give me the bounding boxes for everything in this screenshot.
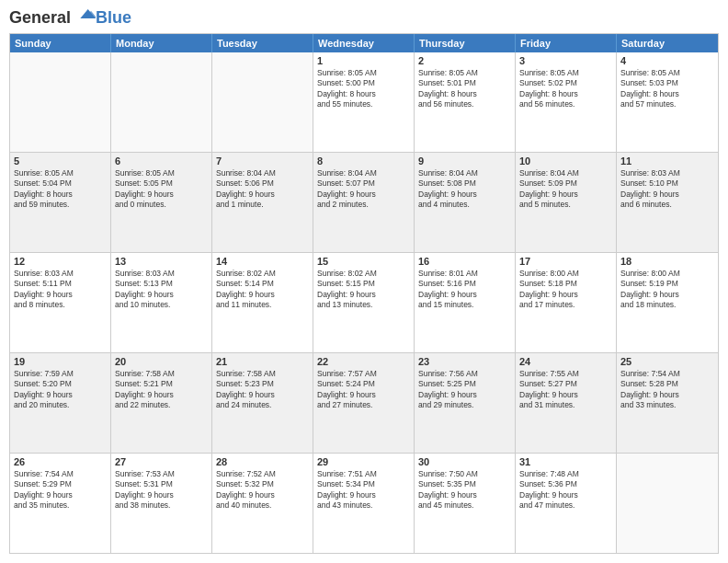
day-number: 25	[620, 356, 714, 367]
day-number: 30	[418, 456, 511, 467]
header-day-saturday: Saturday	[617, 34, 718, 52]
day-info: Sunrise: 7:58 AMSunset: 5:23 PMDaylight:…	[216, 369, 309, 411]
day-number: 24	[519, 356, 612, 367]
day-cell-18: 18Sunrise: 8:00 AMSunset: 5:19 PMDayligh…	[617, 253, 718, 352]
day-cell-28: 28Sunrise: 7:52 AMSunset: 5:32 PMDayligh…	[212, 454, 313, 553]
day-info: Sunrise: 7:55 AMSunset: 5:27 PMDaylight:…	[519, 369, 612, 411]
day-cell-9: 9Sunrise: 8:04 AMSunset: 5:08 PMDaylight…	[415, 153, 516, 252]
header-day-wednesday: Wednesday	[313, 34, 415, 52]
header-day-tuesday: Tuesday	[212, 34, 313, 52]
day-cell-11: 11Sunrise: 8:03 AMSunset: 5:10 PMDayligh…	[617, 153, 718, 252]
calendar: SundayMondayTuesdayWednesdayThursdayFrid…	[9, 33, 719, 554]
day-cell-7: 7Sunrise: 8:04 AMSunset: 5:06 PMDaylight…	[212, 153, 313, 252]
day-cell-31: 31Sunrise: 7:48 AMSunset: 5:36 PMDayligh…	[516, 454, 617, 553]
day-info: Sunrise: 7:52 AMSunset: 5:32 PMDaylight:…	[216, 469, 309, 511]
header-day-thursday: Thursday	[415, 34, 516, 52]
day-cell-10: 10Sunrise: 8:04 AMSunset: 5:09 PMDayligh…	[516, 153, 617, 252]
day-cell-29: 29Sunrise: 7:51 AMSunset: 5:34 PMDayligh…	[313, 454, 415, 553]
day-number: 17	[519, 256, 612, 267]
week-row-2: 12Sunrise: 8:03 AMSunset: 5:11 PMDayligh…	[10, 252, 718, 352]
day-cell-17: 17Sunrise: 8:00 AMSunset: 5:18 PMDayligh…	[516, 253, 617, 352]
day-info: Sunrise: 7:50 AMSunset: 5:35 PMDaylight:…	[418, 469, 511, 511]
day-info: Sunrise: 8:04 AMSunset: 5:08 PMDaylight:…	[418, 168, 511, 211]
day-cell-5: 5Sunrise: 8:05 AMSunset: 5:04 PMDaylight…	[10, 153, 111, 252]
day-info: Sunrise: 7:56 AMSunset: 5:25 PMDaylight:…	[418, 369, 511, 411]
day-number: 18	[620, 256, 714, 267]
day-number: 10	[519, 155, 612, 167]
day-number: 26	[14, 456, 107, 467]
day-info: Sunrise: 8:01 AMSunset: 5:16 PMDaylight:…	[418, 269, 511, 311]
header: General Blue	[9, 9, 719, 28]
day-number: 29	[317, 456, 410, 467]
day-info: Sunrise: 8:05 AMSunset: 5:03 PMDaylight:…	[620, 68, 714, 110]
day-number: 22	[317, 356, 410, 367]
calendar-header: SundayMondayTuesdayWednesdayThursdayFrid…	[10, 34, 718, 52]
day-cell-25: 25Sunrise: 7:54 AMSunset: 5:28 PMDayligh…	[617, 353, 718, 453]
day-cell-20: 20Sunrise: 7:58 AMSunset: 5:21 PMDayligh…	[111, 353, 212, 453]
week-row-0: 1Sunrise: 8:05 AMSunset: 5:00 PMDaylight…	[10, 52, 718, 152]
day-number: 15	[317, 256, 410, 267]
day-number: 6	[115, 155, 208, 167]
day-number: 23	[418, 356, 511, 367]
day-info: Sunrise: 8:05 AMSunset: 5:04 PMDaylight:…	[14, 168, 107, 211]
day-number: 13	[115, 256, 208, 267]
day-info: Sunrise: 8:05 AMSunset: 5:00 PMDaylight:…	[317, 68, 410, 110]
day-cell-26: 26Sunrise: 7:54 AMSunset: 5:29 PMDayligh…	[10, 454, 111, 553]
header-day-sunday: Sunday	[10, 34, 111, 52]
day-cell-12: 12Sunrise: 8:03 AMSunset: 5:11 PMDayligh…	[10, 253, 111, 352]
day-info: Sunrise: 8:04 AMSunset: 5:06 PMDaylight:…	[216, 168, 309, 211]
day-number: 4	[620, 55, 714, 66]
day-info: Sunrise: 8:05 AMSunset: 5:02 PMDaylight:…	[519, 68, 612, 110]
logo: General Blue	[9, 9, 131, 28]
day-cell-24: 24Sunrise: 7:55 AMSunset: 5:27 PMDayligh…	[516, 353, 617, 453]
day-cell-27: 27Sunrise: 7:53 AMSunset: 5:31 PMDayligh…	[111, 454, 212, 553]
day-cell-1: 1Sunrise: 8:05 AMSunset: 5:00 PMDaylight…	[313, 52, 415, 152]
day-info: Sunrise: 8:00 AMSunset: 5:18 PMDaylight:…	[519, 269, 612, 311]
day-number: 7	[216, 155, 309, 167]
day-number: 28	[216, 456, 309, 467]
day-info: Sunrise: 7:54 AMSunset: 5:28 PMDaylight:…	[620, 369, 714, 411]
day-cell-6: 6Sunrise: 8:05 AMSunset: 5:05 PMDaylight…	[111, 153, 212, 252]
day-number: 16	[418, 256, 511, 267]
day-number: 19	[14, 356, 107, 367]
day-cell-30: 30Sunrise: 7:50 AMSunset: 5:35 PMDayligh…	[415, 454, 516, 553]
day-info: Sunrise: 7:54 AMSunset: 5:29 PMDaylight:…	[14, 469, 107, 511]
day-cell-3: 3Sunrise: 8:05 AMSunset: 5:02 PMDaylight…	[516, 52, 617, 152]
day-info: Sunrise: 8:04 AMSunset: 5:07 PMDaylight:…	[317, 168, 410, 211]
day-number: 14	[216, 256, 309, 267]
day-info: Sunrise: 7:51 AMSunset: 5:34 PMDaylight:…	[317, 469, 410, 511]
week-row-3: 19Sunrise: 7:59 AMSunset: 5:20 PMDayligh…	[10, 352, 718, 453]
day-cell-13: 13Sunrise: 8:03 AMSunset: 5:13 PMDayligh…	[111, 253, 212, 352]
day-number: 3	[519, 55, 612, 66]
day-cell-16: 16Sunrise: 8:01 AMSunset: 5:16 PMDayligh…	[415, 253, 516, 352]
day-info: Sunrise: 7:58 AMSunset: 5:21 PMDaylight:…	[115, 369, 208, 411]
day-cell-14: 14Sunrise: 8:02 AMSunset: 5:14 PMDayligh…	[212, 253, 313, 352]
day-info: Sunrise: 8:02 AMSunset: 5:14 PMDaylight:…	[216, 269, 309, 311]
day-info: Sunrise: 7:48 AMSunset: 5:36 PMDaylight:…	[519, 469, 612, 511]
day-cell-2: 2Sunrise: 8:05 AMSunset: 5:01 PMDaylight…	[415, 52, 516, 152]
logo-icon	[77, 5, 96, 23]
day-number: 20	[115, 356, 208, 367]
day-cell-8: 8Sunrise: 8:04 AMSunset: 5:07 PMDaylight…	[313, 153, 415, 252]
day-info: Sunrise: 8:05 AMSunset: 5:01 PMDaylight:…	[418, 68, 511, 110]
day-number: 8	[317, 155, 410, 167]
empty-cell	[212, 52, 313, 152]
day-info: Sunrise: 8:02 AMSunset: 5:15 PMDaylight:…	[317, 269, 410, 311]
day-number: 1	[317, 55, 410, 66]
day-info: Sunrise: 7:57 AMSunset: 5:24 PMDaylight:…	[317, 369, 410, 411]
calendar-body: 1Sunrise: 8:05 AMSunset: 5:00 PMDaylight…	[10, 52, 718, 553]
empty-cell	[111, 52, 212, 152]
day-info: Sunrise: 8:00 AMSunset: 5:19 PMDaylight:…	[620, 269, 714, 311]
day-info: Sunrise: 7:59 AMSunset: 5:20 PMDaylight:…	[14, 369, 107, 411]
day-info: Sunrise: 8:03 AMSunset: 5:10 PMDaylight:…	[620, 168, 714, 211]
day-info: Sunrise: 8:04 AMSunset: 5:09 PMDaylight:…	[519, 168, 612, 211]
day-info: Sunrise: 8:03 AMSunset: 5:11 PMDaylight:…	[14, 269, 107, 311]
day-number: 11	[620, 155, 714, 167]
header-day-friday: Friday	[516, 34, 617, 52]
week-row-1: 5Sunrise: 8:05 AMSunset: 5:04 PMDaylight…	[10, 152, 718, 252]
day-number: 9	[418, 155, 511, 167]
day-cell-15: 15Sunrise: 8:02 AMSunset: 5:15 PMDayligh…	[313, 253, 415, 352]
day-cell-21: 21Sunrise: 7:58 AMSunset: 5:23 PMDayligh…	[212, 353, 313, 453]
day-number: 2	[418, 55, 511, 66]
logo-general: General	[9, 8, 71, 27]
